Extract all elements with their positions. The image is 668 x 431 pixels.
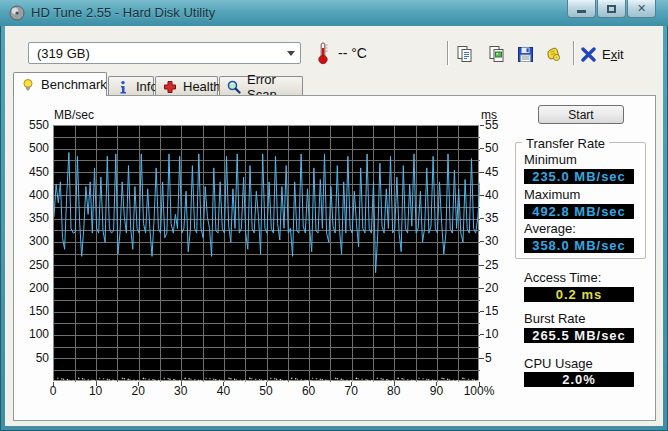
axis-tick-label: 350 [15,211,49,225]
axis-tick-label: 450 [15,165,49,179]
axis-tick-label: 200 [15,281,49,295]
axis-tick-label [480,125,484,126]
axis-tick-label: 30 [159,384,203,398]
exit-icon [581,47,596,62]
axis-tick-label: 55 [485,118,515,132]
access-time-label: Access Time: [524,270,601,285]
axis-tick-label [480,265,484,266]
axis-tick-label: 50 [244,384,288,398]
maximize-icon [607,5,616,13]
burst-rate-value: 265.5 MB/sec [524,328,634,343]
axis-tick-label [479,382,480,386]
close-icon: ✕ [637,3,646,14]
axis-tick-label: 500 [15,141,49,155]
axis-tick-label [96,382,97,386]
exit-label: Exit [602,47,624,62]
axis-tick-label [436,382,437,386]
axis-tick-label: 250 [15,258,49,272]
axis-tick-label: 100% [457,384,501,398]
y-left-axis-title: MB/sec [54,108,94,122]
axis-tick-label [53,382,54,386]
tab-info[interactable]: Info [108,76,154,96]
axis-tick-label [309,382,310,386]
app-window: HD Tune 2.55 - Hard Disk Utility ✕ (319 … [0,0,668,431]
axis-tick-label: 20 [485,281,515,295]
tab-benchmark[interactable]: Benchmark [13,72,107,96]
axis-tick-label [480,195,484,196]
benchmark-chart-canvas [54,126,480,382]
cpu-usage-label: CPU Usage [524,356,593,371]
axis-tick-label: 35 [485,211,515,225]
transfer-rate-title: Transfer Rate [522,136,609,151]
axis-tick-label: 550 [15,118,49,132]
axis-tick-label [480,334,484,335]
axis-tick-label: 100 [15,327,49,341]
axis-tick-label: 90 [414,384,458,398]
maximum-label: Maximum [524,187,580,202]
access-time-value: 0.2 ms [524,287,634,302]
options-button[interactable] [542,43,564,65]
save-icon [517,46,534,63]
app-icon [9,5,25,21]
temperature-value: -- °C [338,45,367,61]
axis-tick-label: 40 [485,188,515,202]
axis-tick-label: 40 [201,384,245,398]
options-icon [544,45,562,63]
axis-tick-label [394,382,395,386]
minimize-icon [577,10,586,13]
axis-tick-label: 60 [287,384,331,398]
axis-tick-label: 10 [74,384,118,398]
axis-tick-label [480,218,484,219]
axis-tick-label [181,382,182,386]
axis-tick-label: 50 [15,351,49,365]
save-button[interactable] [514,43,536,65]
axis-tick-label: 300 [15,234,49,248]
title-bar: HD Tune 2.55 - Hard Disk Utility ✕ [0,0,668,26]
axis-tick-label: 20 [116,384,160,398]
minimum-label: Minimum [524,152,577,167]
axis-tick-label: 25 [485,258,515,272]
lightbulb-icon [21,78,35,92]
benchmark-plot [53,125,479,381]
average-value: 358.0 MB/sec [524,238,634,253]
drive-select[interactable]: (319 GB) [28,42,301,64]
toolbar-separator [447,41,449,65]
axis-tick-label [480,311,484,312]
tab-health[interactable]: Health [155,76,218,96]
tab-error-scan[interactable]: Error Scan [219,76,303,96]
axis-tick-label [480,241,484,242]
axis-tick-label: 400 [15,188,49,202]
average-label: Average: [524,221,576,236]
axis-tick-label: 10 [485,327,515,341]
minimize-button[interactable] [567,0,596,18]
close-button[interactable]: ✕ [627,0,656,18]
temperature-icon [316,41,330,65]
axis-tick-label [480,358,484,359]
axis-tick-label [480,172,484,173]
minimum-value: 235.0 MB/sec [524,169,634,184]
tab-label: Benchmark [41,77,107,92]
toolbar-separator [573,41,575,65]
axis-tick-label: 0 [31,384,75,398]
axis-tick-label: 150 [15,304,49,318]
axis-tick-label [138,382,139,386]
copy-button[interactable] [454,43,476,65]
window-controls: ✕ [566,0,656,18]
start-button[interactable]: Start [538,105,624,124]
exit-button[interactable]: Exit [581,43,624,65]
axis-tick-label [223,382,224,386]
axis-tick-label: 80 [372,384,416,398]
axis-tick-label: 15 [485,304,515,318]
maximize-button[interactable] [597,0,626,18]
window-title: HD Tune 2.55 - Hard Disk Utility [31,5,215,20]
benchmark-page: MB/sec ms 550500450400350300250200150100… [13,95,656,421]
copy-image-button[interactable] [486,43,508,65]
axis-tick-label [480,148,484,149]
drive-select-arrow[interactable] [282,44,299,62]
copy-image-icon [488,45,506,63]
burst-rate-label: Burst Rate [524,311,585,326]
copy-icon [456,45,474,63]
axis-tick-label: 5 [485,351,515,365]
info-icon [116,80,130,94]
chevron-down-icon [287,51,295,56]
